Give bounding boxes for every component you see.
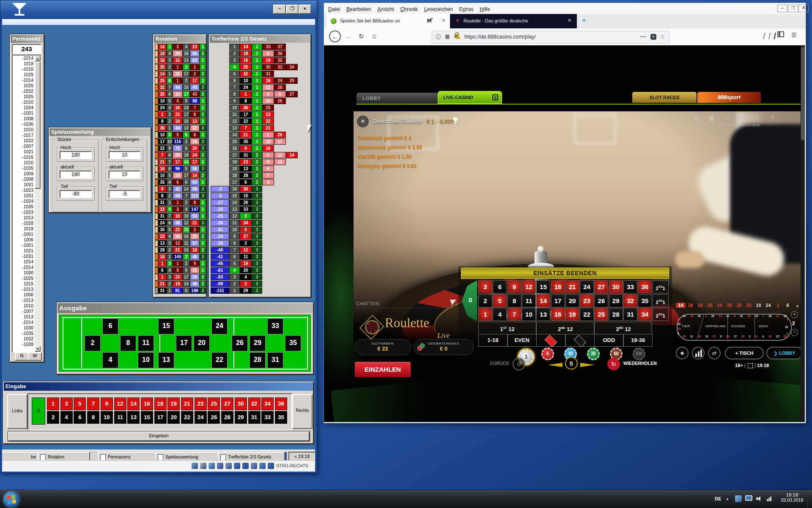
eingabe-number-29[interactable]: 29 [235,411,247,424]
bet-number-15[interactable]: 15 [536,280,550,293]
eingabe-number-8[interactable]: 8 [87,411,99,424]
permanenz-value[interactable]: -1016 [13,155,35,160]
tab-888casino[interactable]: Spielen Sie bei 888casino un ✕ [326,14,450,28]
bet-number-29[interactable]: 29 [609,294,623,307]
racetrack-number[interactable]: 2 [749,335,751,338]
links-button[interactable]: Links [7,394,27,429]
chip-100[interactable]: 100 [633,348,645,360]
bet-number-4[interactable]: 4 [493,308,507,321]
permanenz-value[interactable]: -1024 [13,199,35,204]
tab1-close-icon[interactable]: ✕ [442,18,445,23]
bet-outside-black[interactable] [565,334,595,347]
racetrack-number[interactable]: 36 [697,335,700,338]
Entscheidungen-aktuell-field[interactable]: 10 [109,171,141,179]
page-scrollbar[interactable] [801,45,805,422]
tab-roulette[interactable]: ✦ Roulette - Das größte deutsche ✕ [450,14,577,28]
permanenz-value[interactable]: 1024 [13,105,35,110]
racetrack-number[interactable]: 11 [690,335,693,338]
bet-column-3[interactable]: 2TO1 [653,308,669,321]
permanenz-value[interactable]: 1032 [13,336,35,342]
tab2-close-icon[interactable]: ✕ [568,18,571,23]
permanenz-value[interactable]: 1014 [13,259,35,265]
ff-close-button[interactable]: ✕ [798,5,809,12]
eingabe-number-26[interactable]: 26 [208,411,220,424]
eingabe-number-18[interactable]: 18 [154,398,167,410]
chat-label[interactable]: CHATTEN [356,301,379,306]
tray-language[interactable]: DE [715,496,721,501]
rt-zoom-in-button[interactable]: + [791,311,798,318]
eingabe-number-31[interactable]: 31 [248,411,261,424]
racetrack-number[interactable]: 34 [726,335,729,338]
permanenz-value[interactable]: 1013 [13,215,35,221]
tray-display-icon[interactable] [745,495,752,501]
camera-icon[interactable]: ⏺ [692,114,700,122]
eingabe-number-5[interactable]: 5 [74,398,86,410]
eingabe-number-36[interactable]: 36 [275,398,287,410]
permanenz-value[interactable]: -1028 [13,342,35,347]
permanenz-value[interactable]: -1007 [13,144,35,149]
permanenz-value[interactable]: -1010 [13,99,35,105]
bookmark-star-icon[interactable]: ☆ [660,33,665,40]
bet-number-2[interactable]: 2 [478,294,492,307]
bet-number-33[interactable]: 33 [623,280,637,293]
eingabe-number-15[interactable]: 15 [141,411,153,424]
racetrack-number[interactable]: 25 [741,335,744,338]
fullscreen-icon[interactable] [748,363,753,368]
racetrack-number[interactable]: 31 [726,315,729,318]
bet-number-9[interactable]: 9 [508,280,521,293]
eingabe-number-12[interactable]: 12 [114,398,126,410]
menu-ansicht[interactable]: Ansicht [377,6,394,12]
permanenz-value[interactable]: 1009 [13,171,35,177]
permanenz-value[interactable]: -1001 [13,243,35,248]
bet-outside-19-36[interactable]: 19-36 [623,334,653,347]
racetrack-number[interactable]: 21 [755,335,758,338]
permanenz-value[interactable]: -1023 [13,210,35,215]
permanenz-value[interactable]: 1018 [13,61,35,66]
bet-number-1[interactable]: 1 [478,308,492,321]
rechts-button[interactable]: Rechts [292,394,313,429]
pocket-icon[interactable]: v [650,34,656,40]
live-casino-tab[interactable]: LIVE-CASINO ✕ [438,91,502,104]
racetrack[interactable]: TIERORPHELINSVOISINSZERO 241633120143192… [676,310,795,342]
site-info-icon[interactable]: ⓘ [436,33,441,41]
menu-hilfe[interactable]: Hilfe [480,6,490,12]
new-tab-button[interactable]: + [582,16,586,25]
bet-column-2[interactable]: 2TO1 [653,294,669,307]
bet-number-16[interactable]: 16 [551,308,565,321]
page-actions-icon[interactable]: ••• [640,34,647,39]
menu-extras[interactable]: Extras [459,6,474,12]
eingabe-number-16[interactable]: 16 [141,398,153,410]
eingeben-button[interactable]: Eingeben [8,431,310,441]
bet-number-18[interactable]: 18 [551,280,565,293]
permanenz-value[interactable]: -1031 [13,254,35,259]
tray-vbox-icon[interactable] [735,495,742,502]
lobby-tab[interactable]: LOBBY [357,93,438,104]
menu-bearbeiten[interactable]: Bearbeiten [346,6,371,12]
permanenz-value[interactable]: 1006 [13,292,35,298]
racetrack-number[interactable]: 10 [678,322,683,326]
racetrack-number[interactable]: 7 [763,315,764,318]
racetrack-number[interactable]: 32 [784,335,787,338]
bet-number-12[interactable]: 12 [522,280,536,293]
bet-column-1[interactable]: 2TO1 [653,280,669,293]
repeat-button[interactable]: ↻ [607,358,620,370]
racetrack-number[interactable]: 15 [776,335,779,338]
permanenz-value[interactable]: -1036 [13,121,35,127]
vm-maximize-button[interactable]: ❐ [286,5,299,14]
bet-dozen-3[interactable]: 3RD 12 [594,322,652,334]
permanenz-value[interactable]: 1013 [13,314,35,320]
permanenz-value[interactable]: 1025 [13,72,35,77]
eingabe-number-33[interactable]: 33 [261,411,274,424]
show-desktop-button[interactable] [807,490,812,508]
racetrack-number[interactable]: 27 [713,335,716,338]
permanenz-value[interactable]: -1001 [13,110,35,116]
bet-number-34[interactable]: 34 [638,308,652,321]
racetrack-number[interactable]: 4 [763,335,764,338]
racetrack-number[interactable]: 28 [768,315,771,318]
racetrack-number[interactable]: 12 [776,315,779,318]
permanenz-value[interactable]: 1021 [13,149,35,155]
Stücke-Tief-field[interactable]: -90 [60,190,92,198]
tray-volume-icon[interactable] [756,495,763,502]
slot-races-tab[interactable]: SLOT RACES [632,92,697,103]
racetrack-number[interactable]: 33 [698,315,701,318]
